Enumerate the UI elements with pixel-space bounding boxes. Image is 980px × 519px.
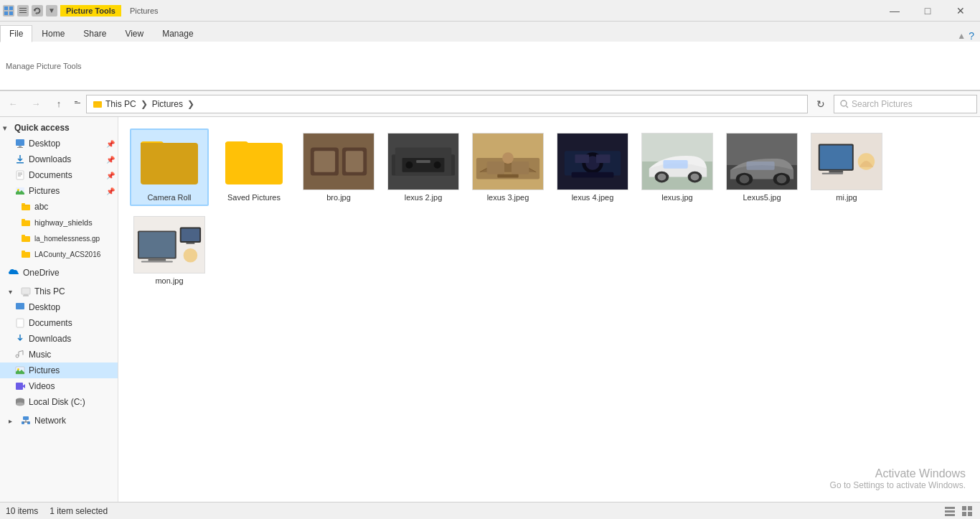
svg-rect-56 [497,174,518,178]
sidebar-item-pictures-quick[interactable]: Pictures 📌 [0,183,118,199]
lexus4-thumb-svg [557,133,628,190]
thumb-lexus [641,133,713,190]
sidebar-item-videos[interactable]: Videos [0,378,118,394]
sidebar-quick-access[interactable]: ▾ Quick access [0,120,118,136]
svg-rect-9 [17,147,23,148]
file-item-lexus[interactable]: lexus.jpg [638,128,717,206]
view-tiles-button[interactable] [960,504,974,518]
back-button[interactable]: ← [3,94,23,114]
svg-rect-18 [22,236,30,242]
sidebar-item-documents[interactable]: Documents 📌 [0,167,118,183]
svg-rect-77 [746,162,774,170]
pin-icon-pictures: 📌 [106,187,115,195]
sidebar-network[interactable]: ▸ Network [0,413,118,429]
file-item-bro[interactable]: bro.jpg [299,128,378,206]
dropdown-icon[interactable]: ▼ [46,5,57,17]
file-item-lexus5[interactable]: Lexus5.jpg [722,128,801,206]
svg-rect-70 [663,160,687,169]
window-controls: — □ ✕ [878,0,977,22]
address-input[interactable]: This PC ❯ Pictures ❯ [86,95,808,113]
tab-file[interactable]: File [0,25,32,42]
close-button[interactable]: ✕ [944,0,977,22]
file-item-lexus2[interactable]: lexus 2.jpg [384,128,463,206]
tab-home[interactable]: Home [32,25,74,42]
sidebar-abc-label: abc [34,202,48,212]
undo-icon[interactable] [32,5,43,17]
sidebar-downloads-label: Downloads [29,154,71,164]
tab-share[interactable]: Share [74,25,116,42]
sidebar-item-pictures-pc[interactable]: Pictures [0,363,118,378]
main: ▾ Quick access Desktop 📌 Downloads 📌 Doc… [0,117,980,502]
svg-rect-25 [16,303,24,309]
file-label-mi: mi.jpg [836,193,857,202]
refresh-button[interactable]: ↻ [811,94,831,114]
file-item-saved-pictures[interactable]: Saved Pictures [215,128,293,206]
tab-view[interactable]: View [116,25,153,42]
tab-manage[interactable]: Manage [153,25,202,42]
svg-rect-94 [945,510,955,513]
file-item-mi[interactable]: mi.jpg [807,128,886,206]
recent-locations-button[interactable] [72,94,83,114]
sidebar-item-local-disk[interactable]: Local Disk (C:) [0,394,118,410]
onedrive-icon [9,267,20,279]
up-button[interactable]: ↑ [49,94,69,114]
maximize-button[interactable]: □ [911,0,944,22]
view-details-button[interactable] [943,504,957,518]
sidebar-item-la-homelessness[interactable]: la_homelessness.gp [0,230,118,246]
mon-thumb-svg [134,216,204,273]
minimize-button[interactable]: — [878,0,911,22]
thumb-lexus3 [472,133,544,190]
network-chevron: ▸ [9,417,17,425]
ribbon-content: Manage Picture Tools [0,42,980,90]
sidebar-item-desktop[interactable]: Desktop 📌 [0,136,118,151]
sidebar-local-disk-label: Local Disk (C:) [29,397,85,407]
ribbon-tabs: File Home Share View Manage ▲ ? [0,22,980,42]
file-item-lexus3[interactable]: lexus 3.jpeg [468,128,547,206]
file-item-lexus4[interactable]: lexus 4.jpeg [553,128,632,206]
network-icon [20,415,32,426]
sidebar-quick-access-label: Quick access [14,123,70,133]
folder-icon-la [20,233,32,244]
mi-thumb-svg [811,133,882,190]
sidebar-this-pc-label: This PC [34,286,65,296]
sidebar-item-highway[interactable]: highway_shields [0,215,118,230]
sidebar-item-downloads-pc[interactable]: Downloads [0,331,118,347]
quick-access-icon[interactable] [17,5,29,17]
quick-access-chevron: ▾ [3,124,11,132]
svg-rect-19 [22,235,25,237]
file-area: Camera Roll Saved Pictures [118,117,980,502]
file-label-lexus3: lexus 3.jpeg [487,193,529,202]
sidebar-item-music[interactable]: Music [0,347,118,363]
file-item-mon[interactable]: mon.jpg [130,212,209,289]
file-label-mon: mon.jpg [155,276,183,285]
file-item-camera-roll[interactable]: Camera Roll [130,128,209,206]
sidebar-item-downloads[interactable]: Downloads 📌 [0,151,118,167]
music-icon [14,349,26,360]
thumb-lexus4 [557,133,628,190]
sidebar-highway-label: highway_shields [34,218,93,227]
sidebar-item-desktop-pc[interactable]: Desktop [0,299,118,315]
ribbon-hint: Manage Picture Tools [6,62,82,70]
sidebar-item-abc[interactable]: abc [0,199,118,215]
folder-icon-abc [20,201,32,212]
sidebar-this-pc[interactable]: ▾ This PC [0,284,118,299]
sidebar-onedrive[interactable]: OneDrive [0,265,118,281]
file-label-camera-roll: Camera Roll [147,193,191,202]
sidebar-item-documents-pc[interactable]: Documents [0,315,118,331]
ribbon-collapse[interactable]: ▲ [957,31,966,41]
svg-rect-22 [22,288,30,294]
address-bar: ← → ↑ This PC ❯ Pictures ❯ ↻ Search Pict… [0,91,980,117]
help-icon[interactable]: ? [969,30,974,42]
forward-button[interactable]: → [26,94,46,114]
pictures-icon-quick [14,185,26,197]
svg-rect-98 [962,512,966,516]
file-label-lexus4: lexus 4.jpeg [572,193,614,202]
svg-rect-97 [968,506,972,510]
svg-rect-8 [19,146,22,147]
pin-icon-documents: 📌 [106,172,115,179]
sidebar-item-lacounty[interactable]: LACounty_ACS2016 [0,246,118,262]
svg-rect-20 [22,252,30,258]
sidebar-pictures-pc-label: Pictures [29,365,60,375]
search-box[interactable]: Search Pictures [834,95,977,113]
status-selected: 1 item selected [50,506,108,516]
